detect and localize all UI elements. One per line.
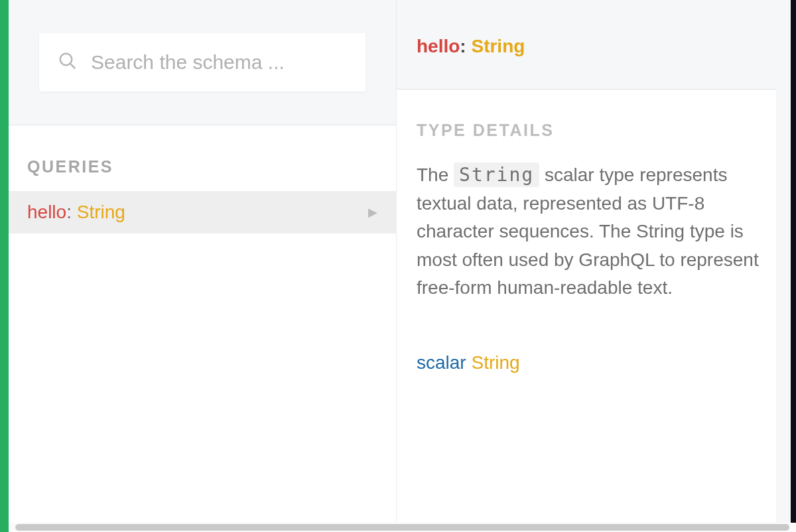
scalar-definition: scalar String	[417, 349, 776, 377]
type-details-description: The String scalar type represents textua…	[417, 161, 776, 302]
search-field-wrapper[interactable]	[39, 33, 365, 92]
left-accent-bar	[0, 0, 9, 532]
details-panel: hello: String TYPE DETAILS The String sc…	[397, 0, 796, 523]
svg-line-1	[70, 64, 75, 68]
main-region: QUERIES hello: String ▶ hello: String TY…	[9, 0, 796, 532]
search-input[interactable]	[91, 51, 347, 74]
search-icon	[58, 51, 78, 74]
right-padding-strip	[776, 0, 791, 523]
queries-heading: QUERIES	[9, 125, 396, 191]
desc-part-before: The	[417, 165, 454, 185]
field-header: hello: String	[397, 0, 796, 90]
schema-sidebar: QUERIES hello: String ▶	[9, 0, 397, 523]
chevron-right-icon: ▶	[368, 205, 377, 220]
field-header-type: String	[471, 36, 525, 56]
colon: :	[66, 202, 77, 222]
query-item-hello[interactable]: hello: String ▶	[9, 191, 396, 233]
svg-point-0	[60, 54, 72, 66]
horizontal-scrollbar[interactable]	[9, 523, 796, 532]
search-block	[9, 0, 396, 125]
scrollbar-thumb[interactable]	[15, 524, 789, 531]
query-field-type: String	[77, 202, 125, 222]
right-border-bar	[791, 0, 796, 523]
colon: :	[460, 36, 471, 56]
field-header-name: hello	[417, 36, 460, 56]
scalar-type-name: String	[471, 352, 519, 373]
scalar-keyword: scalar	[417, 352, 466, 373]
panels: QUERIES hello: String ▶ hello: String TY…	[9, 0, 796, 523]
query-item-label: hello: String	[27, 202, 125, 223]
type-details: TYPE DETAILS The String scalar type repr…	[397, 90, 796, 397]
query-field-name: hello	[27, 202, 66, 222]
type-details-heading: TYPE DETAILS	[417, 117, 776, 143]
app-root: QUERIES hello: String ▶ hello: String TY…	[0, 0, 796, 532]
desc-code: String	[454, 163, 539, 187]
